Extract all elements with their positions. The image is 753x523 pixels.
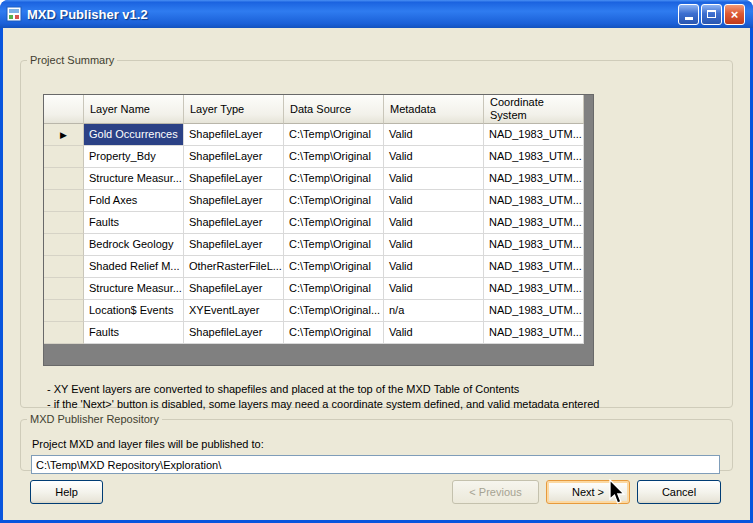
table-row[interactable]: Shaded Relief M...OtherRasterFileL...C:\… bbox=[44, 256, 593, 278]
cell-data-source[interactable]: C:\Temp\Original bbox=[284, 190, 384, 212]
cell-data-source[interactable]: C:\Temp\Original bbox=[284, 168, 384, 190]
cell-layer-type[interactable]: ShapefileLayer bbox=[184, 168, 284, 190]
cell-coordinate-system[interactable]: NAD_1983_UTM... bbox=[484, 190, 584, 212]
cell-coordinate-system[interactable]: NAD_1983_UTM... bbox=[484, 234, 584, 256]
row-selector[interactable] bbox=[44, 168, 84, 190]
mouse-cursor bbox=[606, 479, 628, 505]
cell-layer-type[interactable]: XYEventLayer bbox=[184, 300, 284, 322]
row-selector[interactable] bbox=[44, 256, 84, 278]
close-button[interactable]: × bbox=[724, 4, 745, 25]
cell-data-source[interactable]: C:\Temp\Original bbox=[284, 278, 384, 300]
help-button[interactable]: Help bbox=[30, 480, 103, 504]
table-row[interactable]: Bedrock GeologyShapefileLayerC:\Temp\Ori… bbox=[44, 234, 593, 256]
layers-grid: Layer Name Layer Type Data Source Metada… bbox=[43, 94, 594, 366]
title-bar[interactable]: MXD Publisher v1.2 × bbox=[0, 0, 753, 28]
table-row[interactable]: ▶Gold OccurrencesShapefileLayerC:\Temp\O… bbox=[44, 124, 593, 146]
cell-data-source[interactable]: C:\Temp\Original bbox=[284, 256, 384, 278]
cell-data-source[interactable]: C:\Temp\Original bbox=[284, 234, 384, 256]
cell-coordinate-system[interactable]: NAD_1983_UTM... bbox=[484, 124, 584, 146]
row-selector[interactable] bbox=[44, 322, 84, 344]
column-header-metadata[interactable]: Metadata bbox=[384, 95, 484, 124]
cell-metadata[interactable]: Valid bbox=[384, 124, 484, 146]
row-selector[interactable] bbox=[44, 234, 84, 256]
table-row[interactable]: Property_BdyShapefileLayerC:\Temp\Origin… bbox=[44, 146, 593, 168]
column-header-layer-name[interactable]: Layer Name bbox=[84, 95, 184, 124]
table-row[interactable]: FaultsShapefileLayerC:\Temp\OriginalVali… bbox=[44, 322, 593, 344]
cell-layer-type[interactable]: ShapefileLayer bbox=[184, 124, 284, 146]
maximize-button[interactable] bbox=[701, 4, 722, 25]
row-selector[interactable]: ▶ bbox=[44, 124, 84, 146]
cell-layer-name[interactable]: Structure Measur... bbox=[84, 278, 184, 300]
cell-coordinate-system[interactable]: NAD_1983_UTM... bbox=[484, 168, 584, 190]
cancel-button[interactable]: Cancel bbox=[637, 480, 721, 504]
note-line-2: - if the 'Next>' button is disabled, som… bbox=[47, 397, 599, 412]
minimize-icon bbox=[685, 12, 693, 20]
cell-layer-name[interactable]: Shaded Relief M... bbox=[84, 256, 184, 278]
column-header-layer-type[interactable]: Layer Type bbox=[184, 95, 284, 124]
cell-layer-name[interactable]: Faults bbox=[84, 322, 184, 344]
column-header-coordinate-system[interactable]: Coordinate System bbox=[484, 95, 584, 124]
note-line-1: - XY Event layers are converted to shape… bbox=[47, 382, 599, 397]
cell-layer-name[interactable]: Bedrock Geology bbox=[84, 234, 184, 256]
cell-layer-type[interactable]: ShapefileLayer bbox=[184, 190, 284, 212]
cell-layer-type[interactable]: ShapefileLayer bbox=[184, 278, 284, 300]
window-title: MXD Publisher v1.2 bbox=[27, 7, 678, 22]
cell-metadata[interactable]: Valid bbox=[384, 212, 484, 234]
cell-layer-name[interactable]: Property_Bdy bbox=[84, 146, 184, 168]
cell-layer-type[interactable]: OtherRasterFileL... bbox=[184, 256, 284, 278]
cell-coordinate-system[interactable]: NAD_1983_UTM... bbox=[484, 300, 584, 322]
cell-metadata[interactable]: Valid bbox=[384, 322, 484, 344]
cell-metadata[interactable]: Valid bbox=[384, 234, 484, 256]
cell-data-source[interactable]: C:\Temp\Original bbox=[284, 124, 384, 146]
grid-header: Layer Name Layer Type Data Source Metada… bbox=[44, 95, 593, 124]
cell-coordinate-system[interactable]: NAD_1983_UTM... bbox=[484, 256, 584, 278]
maximize-icon bbox=[707, 10, 716, 18]
cell-layer-type[interactable]: ShapefileLayer bbox=[184, 234, 284, 256]
previous-button[interactable]: < Previous bbox=[452, 480, 539, 504]
table-row[interactable]: Structure Measur...ShapefileLayerC:\Temp… bbox=[44, 278, 593, 300]
cell-layer-name[interactable]: Faults bbox=[84, 212, 184, 234]
cell-metadata[interactable]: Valid bbox=[384, 146, 484, 168]
cell-metadata[interactable]: Valid bbox=[384, 256, 484, 278]
cell-coordinate-system[interactable]: NAD_1983_UTM... bbox=[484, 212, 584, 234]
cell-data-source[interactable]: C:\Temp\Original... bbox=[284, 300, 384, 322]
mxd-publisher-window: MXD Publisher v1.2 × Project Summary Lay… bbox=[0, 0, 753, 523]
table-row[interactable]: Structure Measur...ShapefileLayerC:\Temp… bbox=[44, 168, 593, 190]
repository-description: Project MXD and layer files will be publ… bbox=[32, 438, 264, 450]
cell-coordinate-system[interactable]: NAD_1983_UTM... bbox=[484, 146, 584, 168]
row-selector[interactable] bbox=[44, 190, 84, 212]
cell-layer-name[interactable]: Location$ Events bbox=[84, 300, 184, 322]
cell-layer-name[interactable]: Fold Axes bbox=[84, 190, 184, 212]
project-summary-group: Project Summary Layer Name Layer Type Da… bbox=[20, 54, 733, 408]
grid-body: ▶Gold OccurrencesShapefileLayerC:\Temp\O… bbox=[44, 124, 593, 344]
cell-metadata[interactable]: Valid bbox=[384, 168, 484, 190]
titlebar-buttons: × bbox=[678, 4, 745, 25]
repository-path-field[interactable] bbox=[31, 455, 720, 474]
cell-coordinate-system[interactable]: NAD_1983_UTM... bbox=[484, 322, 584, 344]
row-selector[interactable] bbox=[44, 146, 84, 168]
cell-metadata[interactable]: n/a bbox=[384, 300, 484, 322]
cell-data-source[interactable]: C:\Temp\Original bbox=[284, 212, 384, 234]
row-selector[interactable] bbox=[44, 212, 84, 234]
cell-layer-name[interactable]: Gold Occurrences bbox=[84, 124, 184, 146]
header-row-selector bbox=[44, 95, 84, 124]
cell-layer-type[interactable]: ShapefileLayer bbox=[184, 322, 284, 344]
cell-layer-name[interactable]: Structure Measur... bbox=[84, 168, 184, 190]
project-summary-label: Project Summary bbox=[27, 54, 117, 66]
minimize-button[interactable] bbox=[678, 4, 699, 25]
dialog-client-area: Project Summary Layer Name Layer Type Da… bbox=[3, 28, 750, 520]
row-selector[interactable] bbox=[44, 300, 84, 322]
table-row[interactable]: FaultsShapefileLayerC:\Temp\OriginalVali… bbox=[44, 212, 593, 234]
column-header-data-source[interactable]: Data Source bbox=[284, 95, 384, 124]
repository-group-label: MXD Publisher Repository bbox=[27, 413, 162, 425]
row-selector[interactable] bbox=[44, 278, 84, 300]
cell-layer-type[interactable]: ShapefileLayer bbox=[184, 146, 284, 168]
cell-metadata[interactable]: Valid bbox=[384, 278, 484, 300]
cell-layer-type[interactable]: ShapefileLayer bbox=[184, 212, 284, 234]
cell-data-source[interactable]: C:\Temp\Original bbox=[284, 146, 384, 168]
cell-metadata[interactable]: Valid bbox=[384, 190, 484, 212]
cell-coordinate-system[interactable]: NAD_1983_UTM... bbox=[484, 278, 584, 300]
table-row[interactable]: Fold AxesShapefileLayerC:\Temp\OriginalV… bbox=[44, 190, 593, 212]
table-row[interactable]: Location$ EventsXYEventLayerC:\Temp\Orig… bbox=[44, 300, 593, 322]
cell-data-source[interactable]: C:\Temp\Original bbox=[284, 322, 384, 344]
